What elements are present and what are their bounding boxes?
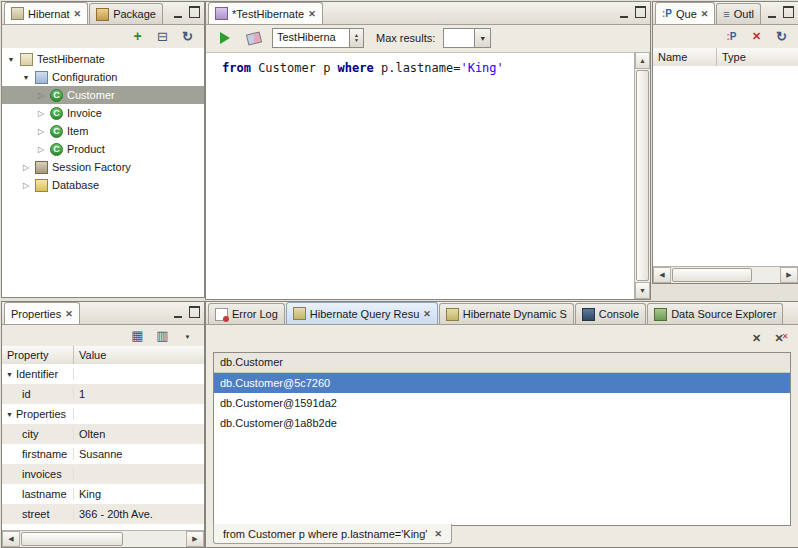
close-icon[interactable] [74,8,82,19]
tab-data-source-explorer[interactable]: Data Source Explorer [647,303,783,324]
show-categories-button[interactable] [127,325,148,346]
maximize-button[interactable] [782,7,795,19]
scroll-left-button[interactable]: ◀ [2,531,20,547]
collapse-arrow-icon[interactable]: ▼ [6,371,13,378]
result-row[interactable]: db.Customer@1591da2 [214,393,790,413]
view-menu-button[interactable] [177,325,198,346]
sync-parameters-button[interactable] [771,26,792,47]
tab-package-explorer[interactable]: Package [89,3,163,24]
minimize-button[interactable] [171,7,184,19]
tree-item-invoice[interactable]: ▷Invoice [2,104,204,122]
sync-parameters-icon [776,30,787,43]
tab-console[interactable]: Console [575,303,646,324]
tree-item-product[interactable]: ▷Product [2,140,204,158]
scroll-thumb[interactable] [672,268,752,282]
collapse-arrow-icon[interactable]: ▼ [21,74,31,81]
max-results-combo[interactable]: ▼ [443,28,491,48]
show-advanced-properties-button[interactable] [152,325,173,346]
tab-hibernate-query-resu[interactable]: Hibernate Query Resu [286,302,438,324]
refresh-button[interactable] [177,26,198,47]
minimize-button[interactable] [765,7,778,19]
scroll-track[interactable] [20,531,186,547]
minimize-button[interactable] [617,7,630,19]
expand-arrow-icon[interactable]: ▷ [21,163,31,172]
remove-parameter-button[interactable] [746,26,767,47]
collapse-arrow-icon[interactable]: ▼ [6,411,13,418]
parameters-table-body[interactable] [653,66,798,267]
parameters-horizontal-scrollbar[interactable]: ◀ ▶ [653,266,798,283]
remove-all-results-button[interactable] [771,328,792,349]
hql-editor-area[interactable]: from Customer p where p.lastname='King' [206,52,635,299]
close-icon[interactable] [701,8,709,19]
add-parameter-button[interactable] [721,26,742,47]
maximize-button[interactable] [188,307,201,319]
collapse-all-button[interactable] [152,26,173,47]
expand-arrow-icon[interactable]: ▷ [36,91,46,100]
property-row-id[interactable]: id1 [2,384,204,404]
tab-query-parameters[interactable]: Que [655,2,715,24]
property-row-properties[interactable]: ▼Properties [2,404,204,424]
property-row-street[interactable]: street366 - 20th Ave. [2,504,204,524]
collapse-arrow-icon[interactable]: ▼ [6,56,16,63]
tree-item-session-factory[interactable]: ▷Session Factory [2,158,204,176]
hibernate-query-icon [293,307,306,320]
combo-stepper[interactable]: ▲▼ [349,29,363,47]
expand-arrow-icon[interactable]: ▷ [36,145,46,154]
tab-error-log[interactable]: Error Log [208,303,285,324]
hibernate-view-tabbar: Hibernat Package [2,2,204,25]
query-segment-plain: p.lastname= [374,61,461,75]
column-property: Property [2,346,74,364]
maximize-button[interactable] [188,7,201,19]
properties-horizontal-scrollbar[interactable]: ◀ ▶ [2,530,204,547]
property-name-cell: ▼Identifier [2,368,74,380]
scroll-down-button[interactable]: ▼ [635,282,650,299]
scroll-up-button[interactable]: ▲ [635,52,650,69]
scroll-track[interactable] [635,69,650,282]
property-name: invoices [22,468,62,480]
close-icon[interactable] [65,308,73,319]
configuration-combo[interactable]: TestHiberna ▲▼ [272,28,364,48]
clear-editor-button[interactable] [243,28,264,49]
tree-item-item[interactable]: ▷Item [2,122,204,140]
query-result-tab[interactable]: from Customer p where p.lastname='King' [213,524,452,544]
editor-vertical-scrollbar[interactable]: ▲ ▼ [634,52,650,299]
property-row-lastname[interactable]: lastnameKing [2,484,204,504]
query-result-tab-label: from Customer p where p.lastname='King' [223,528,427,540]
close-icon[interactable] [308,8,316,19]
expand-arrow-icon[interactable]: ▷ [36,109,46,118]
tree-item-customer[interactable]: ▷Customer [2,86,204,104]
property-row-identifier[interactable]: ▼Identifier [2,364,204,384]
property-row-city[interactable]: cityOlten [2,424,204,444]
result-row[interactable]: db.Customer@1a8b2de [214,413,790,433]
dropdown-arrow-icon[interactable]: ▼ [474,29,490,47]
scroll-right-button[interactable]: ▶ [780,267,798,283]
scroll-track[interactable] [671,267,780,283]
tab-outline[interactable]: Outl [716,3,761,24]
tab-hibernate-configurations[interactable]: Hibernat [4,2,88,24]
remove-result-button[interactable] [746,328,767,349]
minimize-button[interactable] [171,307,184,319]
tab-properties[interactable]: Properties [4,302,80,324]
tree-item-testhibernate[interactable]: ▼TestHibernate [2,50,204,68]
tree-item-database[interactable]: ▷Database [2,176,204,194]
outline-icon [723,8,729,21]
property-value: Susanne [74,448,204,460]
expand-arrow-icon[interactable]: ▷ [36,127,46,136]
scroll-thumb[interactable] [636,70,649,281]
tab-testhibernate-editor[interactable]: *TestHibernate [208,2,323,24]
close-icon[interactable] [423,308,431,319]
close-icon[interactable] [434,528,442,539]
tab-hibernate-dynamic-s[interactable]: Hibernate Dynamic S [439,303,574,324]
run-query-button[interactable] [214,28,235,49]
scroll-left-button[interactable]: ◀ [653,267,671,283]
view-menu-icon [185,330,191,341]
scroll-right-button[interactable]: ▶ [186,531,204,547]
maximize-button[interactable] [634,7,647,19]
tree-item-configuration[interactable]: ▼Configuration [2,68,204,86]
property-row-invoices[interactable]: invoices [2,464,204,484]
add-configuration-button[interactable] [127,26,148,47]
scroll-thumb[interactable] [21,532,123,546]
result-row[interactable]: db.Customer@5c7260 [214,373,790,393]
expand-arrow-icon[interactable]: ▷ [21,181,31,190]
property-row-firstname[interactable]: firstnameSusanne [2,444,204,464]
